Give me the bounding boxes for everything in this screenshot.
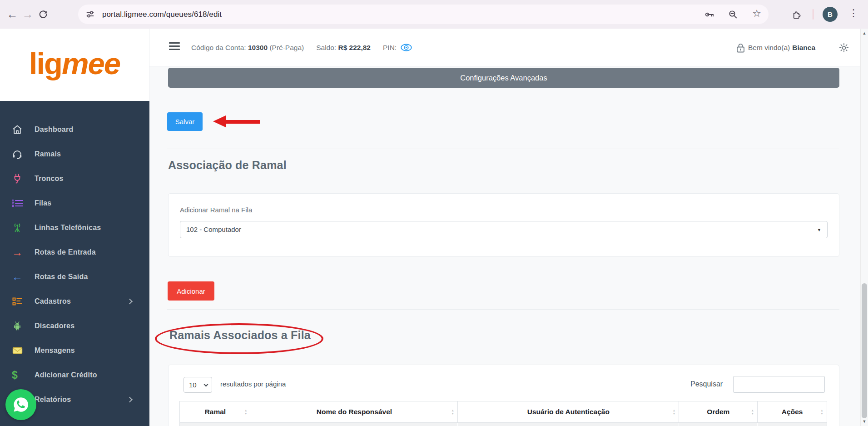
sidebar-item-troncos[interactable]: Troncos <box>0 166 149 191</box>
extensions-icon[interactable] <box>791 9 801 21</box>
account-pin: PIN: <box>383 43 412 52</box>
section-title-association: Associação de Ramal <box>168 159 287 172</box>
sidebar-item-cadastros[interactable]: Cadastros <box>0 289 149 314</box>
forward-icon[interactable]: → <box>20 8 35 21</box>
column-header-ramal[interactable]: Ramal ▲▼ <box>180 401 251 422</box>
advanced-settings-panel-header[interactable]: Configurações Avançadas <box>168 68 839 88</box>
ramal-select[interactable]: 102 - Computador ▼ <box>180 221 828 238</box>
sidebar-item-dashboard[interactable]: Dashboard <box>0 117 149 142</box>
antenna-icon <box>12 222 25 233</box>
column-header-nome[interactable]: Nome do Responsável ▲▼ <box>251 401 457 422</box>
main-content: Configurações Avançadas Salvar Associaçã… <box>149 66 868 426</box>
select-chevron-icon <box>204 382 208 387</box>
members-table: Ramal ▲▼ Nome do Responsável ▲▼ Usuário … <box>179 401 827 426</box>
plug-icon <box>12 173 25 184</box>
passwords-key-icon[interactable] <box>704 9 715 20</box>
sidebar-item-rotas-de-entrada[interactable]: → Rotas de Entrada <box>0 240 149 265</box>
headset-icon <box>12 149 25 160</box>
sidebar-item-filas[interactable]: Filas <box>0 191 149 216</box>
sidebar-item-rotas-de-saida[interactable]: ← Rotas de Saída <box>0 265 149 289</box>
scrollbar-thumb[interactable] <box>862 283 867 418</box>
add-button[interactable]: Adicionar <box>168 281 214 301</box>
url-bar[interactable]: portal.ligmee.com/queues/618/edit ☆ <box>78 5 769 24</box>
column-header-usuario[interactable]: Usuário de Autenticação ▲▼ <box>457 401 679 422</box>
account-balance: Saldo: R$ 222,82 <box>316 44 371 52</box>
whatsapp-button[interactable] <box>5 389 36 420</box>
members-table-card: 10 resultados por página Pesquisar Ramal… <box>168 365 839 426</box>
per-page-select[interactable]: 10 <box>184 377 212 393</box>
logo-text: lig <box>29 46 62 81</box>
sort-icon: ▲▼ <box>751 409 754 415</box>
menu-toggle-icon[interactable] <box>169 42 180 52</box>
bookmark-star-icon[interactable]: ☆ <box>752 8 761 20</box>
ordered-list-icon <box>12 198 25 209</box>
sidebar-item-ramais[interactable]: Ramais <box>0 142 149 166</box>
dollar-icon: $ <box>12 369 25 381</box>
scroll-up-icon[interactable]: ▲ <box>861 30 868 37</box>
table-row <box>180 422 827 426</box>
lock-icon[interactable] <box>736 43 745 55</box>
sort-icon: ▲▼ <box>820 409 823 415</box>
sort-icon: ▲▼ <box>673 409 676 415</box>
browser-menu-icon[interactable]: ⋮ <box>848 7 859 19</box>
toolbar-separator <box>813 9 813 20</box>
settings-gear-icon[interactable] <box>838 42 849 55</box>
site-settings-icon[interactable] <box>85 10 95 19</box>
arrow-left-icon: ← <box>12 271 25 282</box>
profile-avatar[interactable]: B <box>823 7 838 22</box>
sidebar-item-linhas-telefonicas[interactable]: Linhas Telefônicas <box>0 216 149 240</box>
search-input[interactable] <box>733 376 825 393</box>
association-card: Adicionar Ramal na Fila 102 - Computador… <box>168 193 839 257</box>
list-detail-icon <box>12 296 25 307</box>
account-info: Código da Conta: 10300 (Pré-Paga) Saldo:… <box>191 29 412 66</box>
sidebar-nav: Dashboard Ramais Troncos Filas Linhas Te <box>0 101 149 426</box>
column-header-ordem[interactable]: Ordem ▲▼ <box>679 401 757 422</box>
save-button[interactable]: Salvar <box>167 112 203 131</box>
screen: ← → portal.ligmee.com/queues/618/edit ☆ … <box>0 0 868 426</box>
app-header: Código da Conta: 10300 (Pré-Paga) Saldo:… <box>149 29 868 66</box>
account-code: Código da Conta: 10300 (Pré-Paga) <box>191 44 304 52</box>
whatsapp-icon <box>12 396 30 414</box>
back-icon[interactable]: ← <box>5 8 20 21</box>
chevron-right-icon <box>127 397 133 403</box>
scroll-down-icon[interactable]: ▼ <box>861 418 868 425</box>
field-label: Adicionar Ramal na Fila <box>180 206 252 214</box>
browser-toolbar: ← → portal.ligmee.com/queues/618/edit ☆ … <box>0 0 868 29</box>
page-scrollbar[interactable]: ▲ ▼ <box>860 29 868 426</box>
show-pin-eye-icon[interactable] <box>400 43 412 52</box>
logo-text-italic: mee <box>62 46 120 81</box>
welcome-text: Bem vindo(a) Bianca <box>748 29 815 66</box>
sort-icon: ▲▼ <box>451 409 454 415</box>
android-icon <box>12 321 25 331</box>
url-text: portal.ligmee.com/queues/618/edit <box>102 10 222 19</box>
arrow-right-icon: → <box>12 247 25 258</box>
reload-icon[interactable] <box>35 9 51 20</box>
table-header-row: Ramal ▲▼ Nome do Responsável ▲▼ Usuário … <box>180 401 827 422</box>
per-page-label: resultados por página <box>220 380 286 388</box>
search-label: Pesquisar <box>690 380 723 388</box>
envelope-icon <box>12 345 25 356</box>
brand-logo[interactable]: ligmee <box>0 29 149 101</box>
section-title-members: Ramais Associados a Fila <box>169 329 311 342</box>
zoom-icon[interactable] <box>728 9 739 20</box>
sidebar-item-mensagens[interactable]: Mensagens <box>0 338 149 363</box>
annotation-arrow <box>213 115 260 128</box>
select-caret-icon: ▼ <box>817 221 821 239</box>
divider <box>167 149 839 149</box>
home-icon <box>12 124 25 135</box>
column-header-acoes[interactable]: Ações ▲▼ <box>757 401 827 422</box>
sort-icon: ▲▼ <box>244 409 248 415</box>
sidebar-item-adicionar-credito[interactable]: $ Adicionar Crédito <box>0 363 149 387</box>
divider <box>167 309 839 310</box>
chevron-right-icon <box>127 299 133 305</box>
sidebar-item-discadores[interactable]: Discadores <box>0 314 149 338</box>
